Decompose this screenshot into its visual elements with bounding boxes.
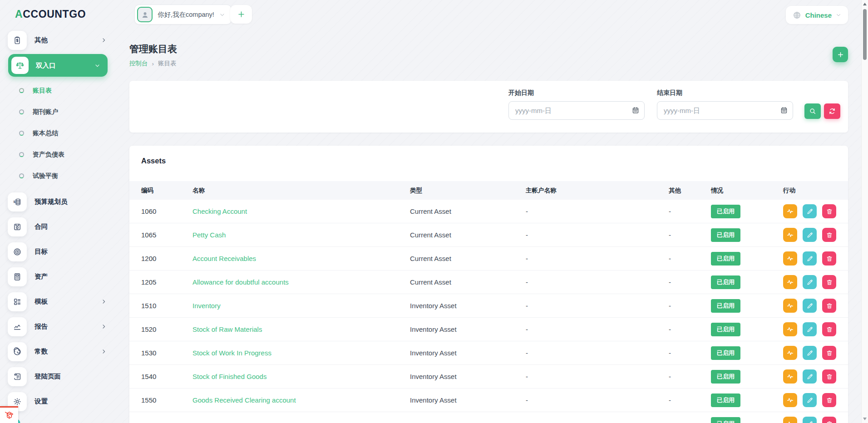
account-name-cell: Account Receivables [192, 255, 410, 262]
activity-button[interactable] [783, 275, 797, 289]
sidebar-subitem-2[interactable]: 账本总结 [0, 123, 116, 144]
account-name-link[interactable]: Goods Received Clearing account [192, 396, 296, 404]
delete-button[interactable] [822, 322, 836, 336]
column-header: 情况 [711, 187, 783, 195]
sidebar-item-label: 常数 [35, 347, 101, 356]
user-menu[interactable]: 你好,我在company! [134, 5, 232, 25]
activity-button[interactable] [783, 346, 797, 360]
circle-icon [19, 152, 24, 157]
search-button[interactable] [804, 103, 821, 119]
add-account-button[interactable] [833, 47, 848, 62]
delete-button[interactable] [822, 275, 836, 289]
account-name-link[interactable]: Allowance for doubtful accounts [192, 278, 289, 286]
language-selector[interactable]: Chinese [786, 6, 848, 24]
pulse-icon [786, 278, 794, 286]
chart-icon-box [8, 317, 27, 336]
chart-icon [13, 322, 22, 331]
chevron-down-icon [219, 12, 225, 18]
sidebar-subitem-4[interactable]: 试验平衡 [0, 165, 116, 187]
edit-button[interactable] [803, 393, 817, 407]
scale-icon [15, 61, 25, 70]
pencil-icon [806, 326, 814, 333]
language-label: Chinese [805, 11, 832, 19]
target-icon [13, 247, 22, 256]
account-name-cell: Inventory [192, 302, 410, 310]
table-row: 1510InventoryInventory Asset--已启用 [129, 294, 848, 318]
parent-account: - [526, 278, 669, 286]
edit-button[interactable] [803, 346, 817, 360]
other-cell: - [669, 302, 711, 310]
sidebar-item-7[interactable]: 报告 [0, 314, 116, 339]
edit-button[interactable] [803, 322, 817, 336]
delete-button[interactable] [822, 417, 836, 423]
delete-button[interactable] [822, 204, 836, 218]
account-name-link[interactable]: Account Receivables [192, 255, 256, 262]
account-name-link[interactable]: Inventory [192, 302, 221, 310]
actions-cell [783, 251, 848, 266]
sidebar-item-5[interactable]: 资产 [0, 264, 116, 289]
edit-button[interactable] [803, 369, 817, 384]
activity-button[interactable] [783, 369, 797, 384]
delete-button[interactable] [822, 251, 836, 266]
edit-button[interactable] [803, 204, 817, 218]
other-cell: - [669, 349, 711, 357]
delete-button[interactable] [822, 393, 836, 407]
edit-button[interactable] [803, 251, 817, 266]
end-date-group: 结束日期 [657, 89, 793, 120]
sidebar-item-2[interactable]: $预算规划员 [0, 189, 116, 214]
reset-button[interactable] [824, 103, 840, 119]
delete-button[interactable] [822, 228, 836, 242]
delete-button[interactable] [822, 299, 836, 313]
sidebar-item-8[interactable]: 常数 [0, 339, 116, 364]
activity-button[interactable] [783, 251, 797, 266]
activity-button[interactable] [783, 299, 797, 313]
account-code: 1550 [141, 396, 192, 404]
account-name-link[interactable]: Stock of Work In Progress [192, 349, 271, 357]
accounts-table-card: Assets 编码名称类型主帐户名称其他情况行动 1060Checking Ac… [129, 146, 848, 423]
pencil-icon [806, 208, 814, 215]
debugbar-toggle[interactable] [0, 406, 18, 423]
account-name-link[interactable]: Stock of Raw Materials [192, 325, 262, 333]
parent-account: - [526, 325, 669, 333]
start-date-input[interactable] [508, 101, 645, 120]
spiral-icon-box [8, 342, 27, 361]
quick-add-button[interactable] [230, 5, 252, 24]
scrollbar-thumb[interactable] [863, 9, 867, 60]
account-name-link[interactable]: Stock of Finished Goods [192, 373, 266, 380]
account-name-link[interactable]: Checking Account [192, 207, 247, 215]
activity-button[interactable] [783, 393, 797, 407]
brand-logo[interactable]: ACCOUNTGO [0, 8, 116, 20]
sidebar-item-4[interactable]: 目标 [0, 239, 116, 264]
sidebar-item-label: 预算规划员 [35, 197, 107, 206]
delete-button[interactable] [822, 346, 836, 360]
vertical-scrollbar[interactable] [861, 0, 868, 423]
sidebar-subitem-0[interactable]: 账目表 [0, 80, 116, 101]
activity-button[interactable] [783, 417, 797, 423]
sidebar-item-0[interactable]: 其他 [0, 28, 116, 53]
sidebar-item-1[interactable]: 双入口 [8, 54, 108, 77]
scroll-down-arrow[interactable] [863, 418, 867, 420]
sidebar-subitem-1[interactable]: 期刊账户 [0, 101, 116, 123]
refresh-icon [829, 108, 836, 115]
scroll-up-arrow[interactable] [863, 3, 867, 5]
delete-button[interactable] [822, 369, 836, 384]
end-date-input[interactable] [657, 101, 793, 120]
edit-button[interactable] [803, 275, 817, 289]
pulse-icon [786, 373, 794, 380]
sidebar-item-6[interactable]: 模板 [0, 289, 116, 314]
sidebar-item-3[interactable]: 合同 [0, 214, 116, 239]
pencil-icon [806, 231, 814, 239]
edit-button[interactable] [803, 299, 817, 313]
sidebar-subitem-3[interactable]: 资产负债表 [0, 144, 116, 165]
sidebar-menu: 其他双入口账目表期刊账户账本总结资产负债表试验平衡$预算规划员合同目标资产模板报… [0, 28, 116, 414]
sidebar-item-9[interactable]: 登陆页面 [0, 364, 116, 389]
edit-button[interactable] [803, 228, 817, 242]
account-name-link[interactable]: Petty Cash [192, 231, 226, 239]
activity-button[interactable] [783, 204, 797, 218]
activity-button[interactable] [783, 228, 797, 242]
breadcrumb-home-link[interactable]: 控制台 [129, 59, 148, 68]
edit-button[interactable] [803, 417, 817, 423]
status-cell: 已启用 [711, 370, 783, 384]
activity-button[interactable] [783, 322, 797, 336]
column-header: 名称 [192, 187, 410, 195]
